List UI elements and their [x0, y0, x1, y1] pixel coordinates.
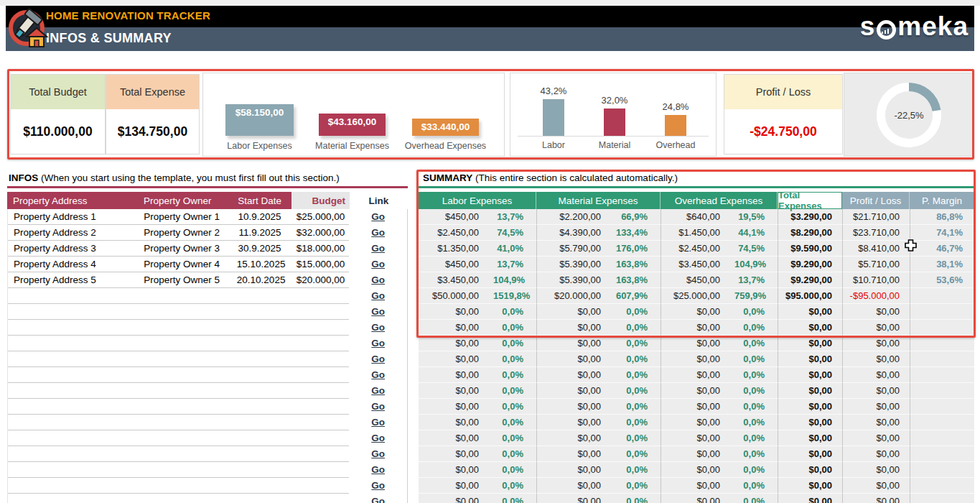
go-link[interactable]: Go	[371, 433, 385, 443]
cell-property-address[interactable]: Property Address 5	[8, 272, 141, 288]
cell-property-address[interactable]	[8, 288, 141, 304]
cell-property-owner[interactable]	[141, 478, 237, 494]
go-link[interactable]: Go	[371, 354, 385, 364]
cell-property-owner[interactable]	[141, 288, 237, 304]
go-link[interactable]: Go	[371, 322, 385, 333]
cell-property-owner[interactable]	[141, 304, 237, 320]
cell-property-address[interactable]	[8, 415, 141, 430]
cell-overhead-percent: 0,0%	[734, 304, 778, 320]
cell-budget[interactable]: $20.000,00	[291, 272, 350, 288]
cell-budget[interactable]	[291, 494, 350, 503]
cell-property-owner[interactable]: Property Owner 4	[141, 257, 237, 272]
cell-property-owner[interactable]	[141, 399, 237, 415]
cell-budget[interactable]	[291, 383, 350, 399]
cell-property-owner[interactable]: Property Owner 1	[141, 209, 237, 225]
cell-start-date[interactable]	[237, 478, 291, 494]
go-link[interactable]: Go	[371, 338, 385, 349]
cell-property-address[interactable]: Property Address 3	[8, 241, 141, 257]
go-link[interactable]: Go	[371, 243, 385, 254]
cell-budget[interactable]	[291, 399, 350, 415]
cell-property-address[interactable]	[8, 430, 141, 446]
cell-labor-percent: 0,0%	[493, 430, 536, 446]
cell-property-owner[interactable]	[141, 351, 237, 367]
cell-property-address[interactable]: Property Address 2	[8, 225, 141, 241]
cell-start-date[interactable]	[237, 415, 291, 430]
cell-property-address[interactable]	[8, 336, 141, 351]
cell-start-date[interactable]: 10.9.2025	[237, 209, 291, 225]
cell-property-owner[interactable]	[141, 320, 237, 336]
go-link[interactable]: Go	[371, 290, 385, 301]
cell-start-date[interactable]: 30.9.2025	[237, 241, 291, 257]
cell-property-address[interactable]	[8, 383, 141, 399]
cell-budget[interactable]	[291, 367, 350, 383]
cell-property-address[interactable]: Property Address 1	[8, 209, 141, 225]
cell-property-owner[interactable]	[141, 462, 237, 478]
cell-start-date[interactable]	[237, 462, 291, 478]
cell-property-address[interactable]	[8, 304, 141, 320]
cell-budget[interactable]	[291, 351, 350, 367]
cell-budget[interactable]: $18.000,00	[291, 241, 350, 257]
cell-budget[interactable]	[291, 288, 350, 304]
cell-property-owner[interactable]: Property Owner 5	[141, 272, 237, 288]
cell-property-address[interactable]	[8, 367, 141, 383]
cell-property-owner[interactable]: Property Owner 2	[141, 225, 237, 241]
cell-property-owner[interactable]	[141, 415, 237, 430]
cell-property-owner[interactable]	[141, 383, 237, 399]
cell-budget[interactable]: $25.000,00	[291, 209, 350, 225]
cell-start-date[interactable]	[237, 494, 291, 503]
go-link[interactable]: Go	[371, 274, 385, 285]
cell-property-owner[interactable]	[141, 336, 237, 351]
cell-start-date[interactable]	[237, 320, 291, 336]
cell-budget[interactable]	[291, 320, 350, 336]
go-link[interactable]: Go	[371, 448, 385, 459]
go-link[interactable]: Go	[371, 259, 385, 269]
cell-property-address[interactable]	[8, 462, 141, 478]
cell-budget[interactable]: $32.000,00	[291, 225, 350, 241]
cell-start-date[interactable]	[237, 288, 291, 304]
cell-property-owner[interactable]	[141, 367, 237, 383]
cell-budget[interactable]	[291, 430, 350, 446]
cell-start-date[interactable]	[237, 367, 291, 383]
cell-budget[interactable]	[291, 462, 350, 478]
cell-start-date[interactable]: 11.9.2025	[237, 225, 291, 241]
cell-property-address[interactable]	[8, 494, 141, 503]
go-link[interactable]: Go	[371, 480, 385, 491]
cell-start-date[interactable]	[237, 383, 291, 399]
cell-start-date[interactable]	[237, 304, 291, 320]
cell-property-address[interactable]	[8, 478, 141, 494]
cell-start-date[interactable]	[237, 446, 291, 462]
cell-budget[interactable]	[291, 446, 350, 462]
cell-budget[interactable]	[291, 415, 350, 430]
col-header-start-date: Start Date	[237, 192, 291, 209]
go-link[interactable]: Go	[371, 464, 385, 475]
go-link[interactable]: Go	[371, 496, 385, 503]
cell-property-address[interactable]	[8, 446, 141, 462]
go-link[interactable]: Go	[371, 306, 385, 317]
go-link[interactable]: Go	[371, 227, 385, 238]
cell-start-date[interactable]	[237, 351, 291, 367]
cell-start-date[interactable]	[237, 336, 291, 351]
cell-start-date[interactable]: 15.10.2025	[237, 257, 291, 272]
cell-start-date[interactable]	[237, 399, 291, 415]
cell-property-owner[interactable]: Property Owner 3	[141, 241, 237, 257]
cell-start-date[interactable]	[237, 430, 291, 446]
go-link[interactable]: Go	[371, 369, 385, 380]
cell-property-address[interactable]	[8, 320, 141, 336]
cell-budget[interactable]	[291, 336, 350, 351]
cell-profit-loss: $23.710,00	[842, 225, 910, 241]
cell-property-owner[interactable]	[141, 494, 237, 503]
cell-property-owner[interactable]	[141, 446, 237, 462]
cell-start-date[interactable]: 20.10.2025	[237, 272, 291, 288]
cell-property-address[interactable]: Property Address 4	[8, 257, 141, 272]
go-link[interactable]: Go	[371, 211, 385, 222]
cell-budget[interactable]	[291, 478, 350, 494]
cell-property-owner[interactable]	[141, 430, 237, 446]
cell-material-percent: 0,0%	[615, 399, 661, 415]
cell-property-address[interactable]	[8, 351, 141, 367]
cell-property-address[interactable]	[8, 399, 141, 415]
go-link[interactable]: Go	[371, 401, 385, 412]
cell-budget[interactable]	[291, 304, 350, 320]
cell-budget[interactable]: $15.000,00	[291, 257, 350, 272]
go-link[interactable]: Go	[371, 417, 385, 428]
go-link[interactable]: Go	[371, 385, 385, 396]
